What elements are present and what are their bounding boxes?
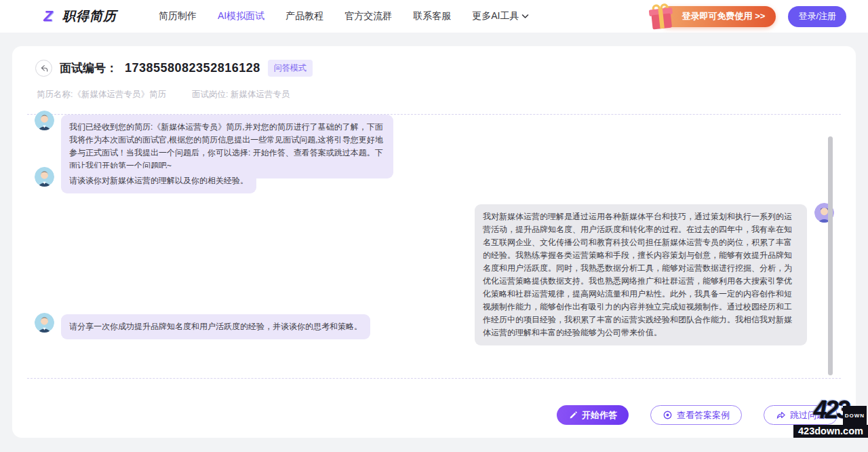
interview-panel: 面试编号： 1738558082352816128 问答模式 简历名称:《新媒体… [12, 46, 856, 438]
login-register-button[interactable]: 登录/注册 [788, 6, 846, 27]
interview-id: 1738558082352816128 [125, 61, 260, 75]
nav-contact-support[interactable]: 联系客服 [413, 10, 451, 22]
skip-forward-icon [776, 410, 786, 420]
back-arrow-icon [39, 64, 48, 73]
423down-watermark: 423 DOWN 423down.com [793, 400, 868, 438]
login-register-label: 登录/注册 [798, 10, 836, 22]
ai-question-bubble: 请分享一次你成功提升品牌知名度和用户活跃度的经验，并谈谈你的思考和策略。 [61, 314, 370, 339]
pencil-icon [568, 411, 578, 420]
chevron-down-icon [521, 14, 529, 19]
header-actions: 登录即可免费使用 >> 登录/注册 [659, 6, 846, 27]
interviewer-avatar [35, 111, 54, 130]
nav-resume-builder[interactable]: 简历制作 [159, 10, 197, 22]
watermark-site-url: 423down.com [793, 425, 868, 438]
interviewer-avatar [35, 313, 54, 333]
eye-icon [663, 410, 673, 420]
resume-name-label: 简历名称:《新媒体运营专员》简历 [37, 89, 166, 100]
nav-official-group[interactable]: 官方交流群 [344, 10, 392, 22]
chat-scrollbar[interactable] [828, 136, 833, 375]
interview-meta-row: 简历名称:《新媒体运营专员》简历 面试岗位: 新媒体运营专员 [37, 89, 290, 100]
brand-logo[interactable]: Z 职得简历 [39, 7, 117, 25]
watermark-down-label: DOWN [843, 406, 867, 426]
user-answer-bubble: 我对新媒体运营的理解是通过运用各种新媒体平台和技巧，通过策划和执行一系列的运营活… [475, 204, 807, 345]
view-answer-example-label: 查看答案案例 [677, 409, 730, 421]
start-answer-label: 开始作答 [582, 409, 617, 421]
interview-position-label: 面试岗位: 新媒体运营专员 [192, 89, 290, 100]
view-answer-example-button[interactable]: 查看答案案例 [650, 405, 742, 425]
interview-number-label: 面试编号： [60, 60, 117, 76]
nav-more-ai-tools[interactable]: 更多AI工具 [472, 10, 529, 22]
nav-ai-mock-interview[interactable]: AI模拟面试 [218, 10, 264, 22]
logo-z-icon: Z [39, 8, 57, 24]
ai-question-bubble: 请谈谈你对新媒体运营的理解以及你的相关经验。 [61, 168, 256, 193]
free-login-banner-label: 登录即可免费使用 >> [682, 10, 766, 22]
watermark-logo: 423 DOWN [793, 400, 868, 425]
nav-more-ai-tools-label: 更多AI工具 [472, 10, 519, 22]
logo-text: 职得简历 [62, 7, 117, 25]
free-login-banner[interactable]: 登录即可免费使用 >> [659, 6, 776, 27]
top-navbar: Z 职得简历 简历制作 AI模拟面试 产品教程 官方交流群 联系客服 更多AI工… [0, 0, 868, 33]
back-button[interactable] [35, 60, 52, 77]
qa-mode-badge: 问答模式 [268, 60, 313, 77]
nav-product-tutorial[interactable]: 产品教程 [285, 10, 323, 22]
interviewer-avatar [35, 167, 54, 187]
start-answer-button[interactable]: 开始作答 [557, 405, 629, 425]
chat-area: 我们已经收到您的简历:《新媒体运营专员》简历,并对您的简历进行了基础的了解，下面… [27, 114, 841, 379]
main-nav: 简历制作 AI模拟面试 产品教程 官方交流群 联系客服 更多AI工具 [159, 10, 529, 22]
interview-title-row: 面试编号： 1738558082352816128 问答模式 [35, 60, 313, 77]
gift-icon [645, 0, 676, 31]
